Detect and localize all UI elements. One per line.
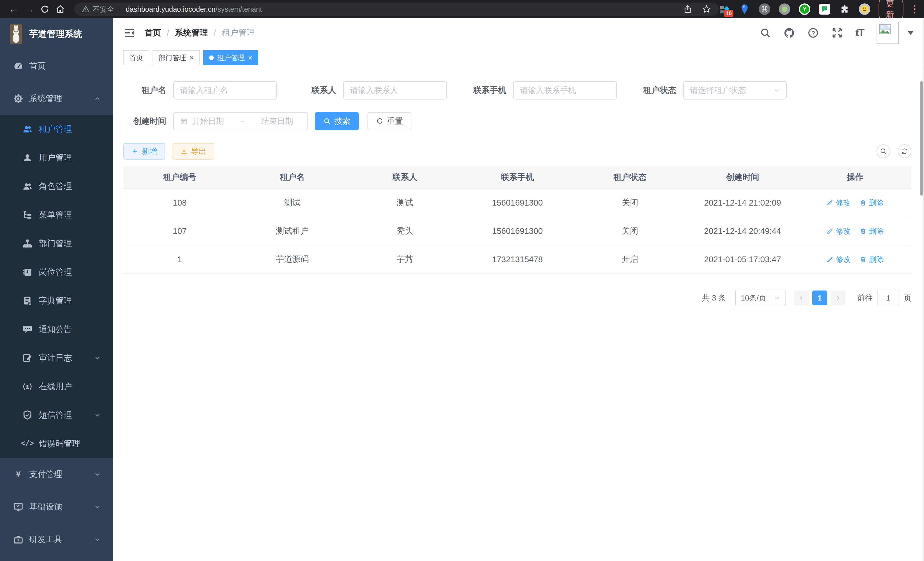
url-path: /system/tenant <box>215 5 262 14</box>
col-tenant-id: 租户编号 <box>123 171 236 183</box>
sidebar-item-role[interactable]: 角色管理 <box>0 172 113 201</box>
announcement-icon <box>22 324 33 335</box>
dashboard-icon <box>13 60 24 72</box>
toggle-search-button[interactable] <box>877 144 890 158</box>
mobile-input[interactable]: 请输入联系手机 <box>513 81 617 99</box>
cell-mobile: 17321315478 <box>461 255 574 264</box>
export-button[interactable]: 导出 <box>172 143 214 159</box>
tenant-name-input[interactable]: 请输入租户名 <box>173 81 277 99</box>
tag-tenant[interactable]: 租户管理 × <box>203 50 258 65</box>
status-select[interactable]: 请选择租户状态 <box>683 81 787 99</box>
font-size-icon[interactable]: tT <box>855 27 864 39</box>
sidebar-item-user[interactable]: 用户管理 <box>0 144 113 172</box>
online-broadcast-icon <box>22 381 33 392</box>
role-users-icon <box>22 181 33 192</box>
add-button[interactable]: 新增 <box>123 143 165 159</box>
sidebar-item-dept[interactable]: 部门管理 <box>0 229 113 258</box>
browser-menu-icon[interactable] <box>911 5 918 14</box>
browser-reload-button[interactable] <box>37 2 52 17</box>
sidebar-item-label: 岗位管理 <box>39 266 72 278</box>
cell-contact: 芋艿 <box>349 254 461 265</box>
cell-contact: 秃头 <box>349 225 461 237</box>
tag-label: 部门管理 <box>159 53 186 62</box>
sidebar-item-dict[interactable]: 字典管理 <box>0 287 113 315</box>
sidebar-item-notice[interactable]: 通知公告 <box>0 315 113 344</box>
address-divider <box>120 5 120 13</box>
recorder-extension-icon[interactable] <box>778 3 790 15</box>
sidebar-item-label: 审计日志 <box>39 352 72 364</box>
bookmark-star-icon[interactable] <box>702 5 711 14</box>
contact-label: 联系人 <box>293 85 336 96</box>
browser-forward-button[interactable]: → <box>22 2 37 17</box>
breadcrumb-system[interactable]: 系统管理 <box>175 27 208 39</box>
edit-link[interactable]: 修改 <box>826 226 850 236</box>
sidebar-item-home[interactable]: 首页 <box>0 50 113 82</box>
edit-link[interactable]: 修改 <box>826 198 850 208</box>
tag-close-icon[interactable]: × <box>189 54 194 62</box>
browser-back-button[interactable]: ← <box>6 2 22 17</box>
header-search-icon[interactable] <box>760 27 771 38</box>
active-tag-dot <box>209 56 214 60</box>
extensions-puzzle-icon[interactable] <box>838 3 850 15</box>
sidebar-item-tenant[interactable]: 租户管理 <box>0 115 113 144</box>
sidebar-item-menu[interactable]: 菜单管理 <box>0 201 113 229</box>
goto-page-input[interactable]: 1 <box>878 290 899 306</box>
prev-page-button[interactable] <box>794 290 809 305</box>
breadcrumb: 首页 / 系统管理 / 租户管理 <box>145 27 255 39</box>
delete-link[interactable]: 删除 <box>860 254 884 265</box>
page-size-select[interactable]: 10条/页 <box>735 290 786 306</box>
search-button[interactable]: 搜索 <box>315 112 359 130</box>
address-bar[interactable]: 不安全 dashboard.yudao.iocoder.cn /system/t… <box>74 3 718 16</box>
delete-link[interactable]: 删除 <box>860 226 884 236</box>
sidebar-item-system[interactable]: 系统管理 <box>0 82 113 115</box>
chat-extension-icon[interactable] <box>819 3 831 15</box>
page-number-current[interactable]: 1 <box>812 290 827 305</box>
tag-close-icon[interactable]: × <box>248 54 252 62</box>
help-icon[interactable]: ? <box>807 27 819 39</box>
sidebar-item-label: 菜单管理 <box>39 209 72 221</box>
share-icon[interactable] <box>683 5 692 14</box>
fullscreen-icon[interactable] <box>831 27 843 39</box>
start-date-placeholder[interactable]: 开始日期 <box>192 116 224 127</box>
browser-chrome: ← → 不安全 dashboard.yudao.iocoder.cn /syst… <box>0 0 924 18</box>
y-extension-icon[interactable]: Y <box>799 3 811 15</box>
edit-link[interactable]: 修改 <box>826 254 850 265</box>
chevron-down-icon <box>94 536 101 543</box>
breadcrumb-current: 租户管理 <box>222 27 255 39</box>
github-icon[interactable] <box>783 27 795 39</box>
refresh-button[interactable] <box>898 144 911 158</box>
tag-home[interactable]: 首页 <box>123 50 149 65</box>
avatar-caret-icon[interactable] <box>908 31 914 35</box>
end-date-placeholder[interactable]: 结束日期 <box>261 116 293 127</box>
sidebar-item-label: 系统管理 <box>29 93 62 104</box>
sidebar-logo[interactable]: 芋道管理系统 <box>0 18 113 50</box>
tag-dept[interactable]: 部门管理 × <box>153 50 200 65</box>
emoji-extension-icon[interactable] <box>859 3 871 15</box>
delete-link[interactable]: 删除 <box>860 198 884 208</box>
pin-extension-icon[interactable] <box>739 3 751 15</box>
date-range-input[interactable]: 开始日期 - 结束日期 <box>173 112 308 130</box>
sidebar-item-audit-log[interactable]: 审计日志 <box>0 344 113 372</box>
toolbox-icon <box>13 534 24 545</box>
breadcrumb-home[interactable]: 首页 <box>145 27 161 39</box>
post-badge-icon <box>22 266 33 278</box>
sidebar-item-devtools[interactable]: 研发工具 <box>0 523 113 556</box>
sidebar-item-online-users[interactable]: 在线用户 <box>0 372 113 401</box>
sidebar-item-label: 支付管理 <box>29 469 62 480</box>
sidebar-item-errorcode[interactable]: </> 错误码管理 <box>0 429 113 458</box>
browser-home-button[interactable] <box>52 2 68 17</box>
command-extension-icon[interactable]: ⌘ <box>759 3 771 15</box>
next-page-button[interactable] <box>831 290 845 305</box>
tab-manager-extension-icon[interactable]: 10 <box>718 3 730 15</box>
pagination: 共 3 条 10条/页 1 前往 1 页 <box>123 290 911 306</box>
sidebar-item-label: 角色管理 <box>39 181 72 192</box>
contact-input[interactable]: 请输入联系人 <box>343 81 447 99</box>
sidebar-item-sms[interactable]: 短信管理 <box>0 401 113 429</box>
sidebar-item-infra[interactable]: 基础设施 <box>0 491 113 523</box>
sidebar-collapse-icon[interactable] <box>123 27 135 39</box>
sidebar-item-payment[interactable]: ¥ 支付管理 <box>0 458 113 491</box>
reset-button[interactable]: 重置 <box>368 112 411 130</box>
sidebar-item-post[interactable]: 岗位管理 <box>0 258 113 287</box>
avatar[interactable] <box>877 22 899 44</box>
page-scrollbar-thumb[interactable] <box>920 81 923 196</box>
